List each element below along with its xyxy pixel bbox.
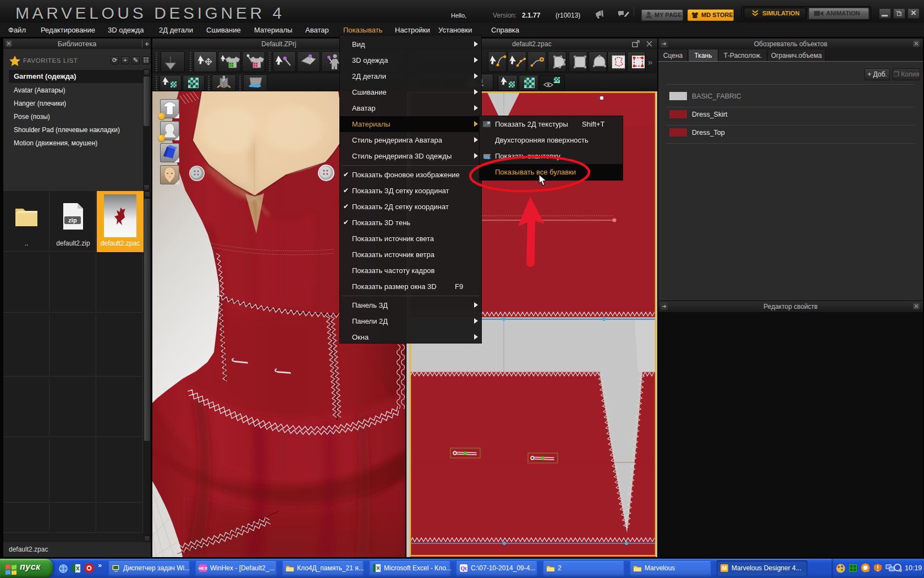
svg-text:zip: zip <box>68 217 77 223</box>
svg-text:Qt: Qt <box>460 565 467 571</box>
svg-text:P: P <box>527 83 530 88</box>
svg-text:P: P <box>191 83 194 88</box>
svg-text:HEX: HEX <box>199 566 207 571</box>
svg-text:M: M <box>722 565 727 571</box>
